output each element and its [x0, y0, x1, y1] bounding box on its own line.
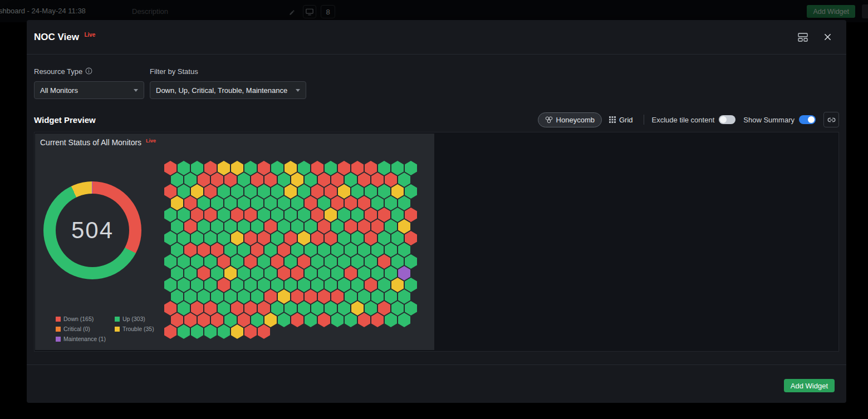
chevron-down-icon — [296, 89, 300, 92]
live-badge: Live — [84, 32, 95, 38]
legend-swatch — [56, 327, 61, 332]
exclude-tile-label: Exclude tile content — [652, 116, 715, 124]
legend-label: Down (165) — [63, 316, 94, 322]
status-donut-chart: 504 — [43, 181, 141, 279]
monitor-hex-tile[interactable] — [258, 324, 270, 339]
honeycomb-row — [164, 324, 417, 339]
legend-swatch — [115, 327, 120, 332]
honeycomb-view-button[interactable]: Honeycomb — [538, 112, 602, 127]
legend-item: Maintenance (1) — [56, 336, 106, 342]
widget-title: Current Status of All Monitors — [40, 138, 141, 147]
show-summary-toggle[interactable] — [799, 115, 816, 124]
monitor-hex-tile[interactable] — [204, 324, 217, 339]
resource-type-select[interactable]: All Monitors — [34, 81, 144, 99]
controls-row: Resource Type All Monitors Filter by Sta… — [34, 67, 306, 99]
preview-header-row: Widget Preview Honeycomb Grid Exclud — [34, 111, 839, 128]
grid-icon — [609, 116, 616, 123]
legend-item: Critical (0) — [56, 326, 106, 332]
toggle-knob — [720, 116, 727, 123]
copy-link-button[interactable] — [823, 112, 839, 127]
monitor-hex-tile[interactable] — [191, 324, 203, 339]
legend-label: Up (303) — [122, 316, 145, 322]
donut-hole: 504 — [56, 194, 129, 267]
modal-footer: Add Widget — [27, 364, 846, 403]
noc-widget-card: Current Status of All Monitors Live 504 … — [35, 134, 434, 350]
monitor-hex-tile[interactable] — [244, 324, 257, 339]
modal-header: NOC View Live — [27, 20, 846, 55]
legend-label: Critical (0) — [63, 326, 90, 332]
widget-preview-heading: Widget Preview — [34, 115, 96, 125]
modal-title: NOC View — [34, 32, 79, 42]
show-summary-label: Show Summary — [743, 116, 795, 124]
monitor-hex-tile[interactable] — [218, 324, 230, 339]
link-icon — [827, 116, 836, 124]
widget-preview-panel: Current Status of All Monitors Live 504 … — [34, 132, 839, 352]
widget-title-row: Current Status of All Monitors Live — [40, 138, 156, 147]
monitor-hex-tile[interactable] — [164, 324, 176, 339]
legend-swatch — [56, 337, 61, 342]
legend-item: Down (165) — [56, 316, 106, 322]
honeycomb-icon — [545, 116, 553, 124]
donut-total: 504 — [71, 217, 114, 244]
add-widget-button[interactable]: Add Widget — [784, 379, 835, 392]
layout-icon[interactable] — [798, 33, 808, 42]
honeycomb-chart — [164, 161, 417, 339]
info-icon — [85, 67, 92, 76]
widget-live-badge: Live — [146, 138, 156, 144]
legend: Down (165)Up (303)Critical (0)Trouble (3… — [56, 316, 154, 342]
legend-swatch — [115, 317, 120, 322]
modal-title-group: NOC View Live — [34, 32, 95, 43]
exclude-tile-toggle[interactable] — [719, 115, 735, 124]
legend-item: Up (303) — [115, 316, 154, 322]
grid-view-button[interactable]: Grid — [606, 112, 636, 127]
legend-swatch — [56, 317, 61, 322]
monitor-hex-tile[interactable] — [231, 324, 243, 339]
filter-by-status-value: Down, Up, Critical, Trouble, Maintenance — [156, 86, 287, 95]
legend-label: Maintenance (1) — [63, 336, 106, 342]
resource-type-label: Resource Type — [34, 67, 82, 76]
chevron-down-icon — [134, 89, 138, 92]
noc-view-modal: NOC View Live Resource Type All Monitors — [27, 20, 846, 403]
filter-by-status-select[interactable]: Down, Up, Critical, Trouble, Maintenance — [150, 81, 306, 99]
grid-label: Grid — [619, 116, 633, 124]
monitor-hex-tile[interactable] — [178, 324, 190, 339]
close-icon[interactable] — [823, 33, 832, 41]
legend-label: Trouble (35) — [122, 326, 154, 332]
honeycomb-label: Honeycomb — [556, 116, 595, 124]
legend-item: Trouble (35) — [115, 326, 154, 332]
filter-by-status-label: Filter by Status — [150, 67, 198, 76]
toggle-knob — [808, 116, 815, 123]
toolbar-divider — [644, 115, 644, 125]
resource-type-value: All Monitors — [40, 86, 78, 95]
